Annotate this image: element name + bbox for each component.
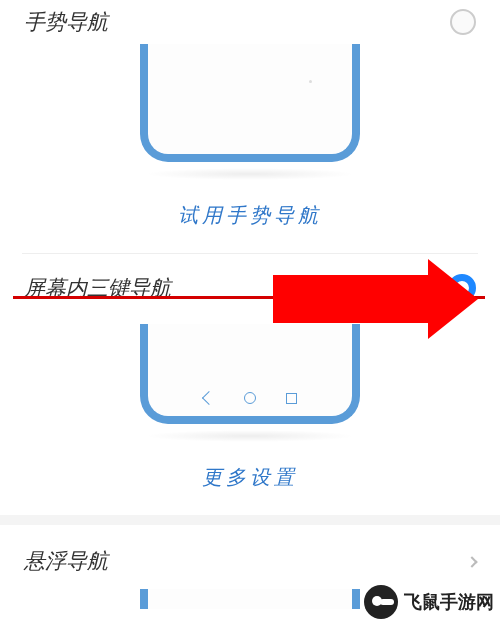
preview-threekey xyxy=(0,310,500,460)
watermark: 飞鼠手游网 xyxy=(364,585,494,619)
phone-body-dock xyxy=(140,589,360,609)
option-dock-header[interactable]: 悬浮导航 xyxy=(0,525,500,589)
nav-home-icon xyxy=(244,392,256,404)
phone-shadow xyxy=(145,168,355,180)
phone-shadow xyxy=(145,430,355,442)
dock-value xyxy=(462,552,476,570)
section-gesture-nav: 手势导航 试用手势导航 xyxy=(0,0,500,254)
nav-recent-icon xyxy=(286,393,297,404)
phone-body-threekey xyxy=(140,324,360,424)
watermark-text: 飞鼠手游网 xyxy=(404,590,494,614)
preview-gesture xyxy=(0,44,500,198)
phone-mock-dock xyxy=(140,589,360,609)
phone-mock-gesture xyxy=(140,44,360,180)
option-gesture-header[interactable]: 手势导航 xyxy=(0,0,500,44)
phone-mock-threekey xyxy=(140,324,360,442)
phone-body-gesture xyxy=(140,44,360,162)
watermark-logo-icon xyxy=(364,585,398,619)
section-gap xyxy=(0,515,500,525)
option-threekey-title: 屏幕内三键导航 xyxy=(24,274,171,302)
option-dock-title: 悬浮导航 xyxy=(24,547,108,575)
nav-bar-preview xyxy=(204,392,297,404)
option-threekey-header[interactable]: 屏幕内三键导航 xyxy=(0,254,500,310)
more-settings-link[interactable]: 更多设置 xyxy=(0,460,500,515)
try-gesture-link[interactable]: 试用手势导航 xyxy=(0,198,500,253)
radio-gesture[interactable] xyxy=(450,9,476,35)
radio-threekey[interactable] xyxy=(448,274,476,302)
chevron-right-icon xyxy=(466,557,477,568)
nav-back-icon xyxy=(201,391,215,405)
option-gesture-title: 手势导航 xyxy=(24,8,108,36)
section-threekey-nav: 屏幕内三键导航 更多设置 xyxy=(0,254,500,515)
